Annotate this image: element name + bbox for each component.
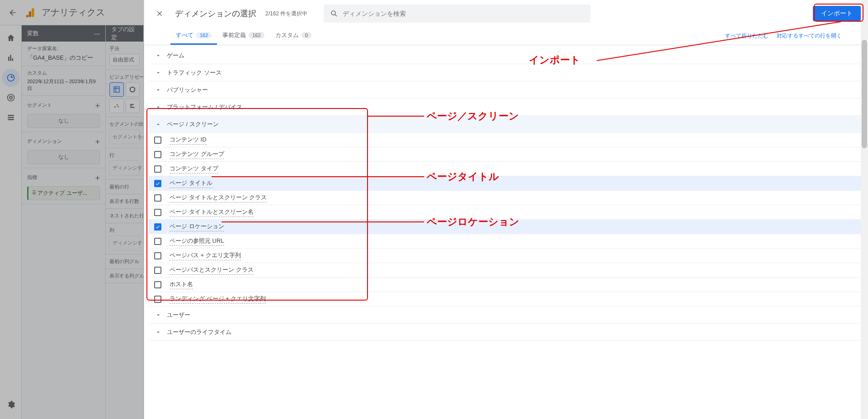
- dimension-group[interactable]: トラフィック ソース: [149, 64, 863, 81]
- group-label: パブリッシャー: [167, 86, 208, 94]
- dimension-group[interactable]: プラットフォーム / デバイス: [149, 99, 863, 116]
- tab-custom-label: カスタム: [275, 31, 299, 39]
- dimension-item-label: コンテンツ グループ: [170, 150, 224, 159]
- dimension-item-label: ページパスとスクリーン クラス: [170, 266, 254, 275]
- checkbox[interactable]: [154, 165, 161, 173]
- tab-all-count: 162: [196, 32, 212, 38]
- dimension-item[interactable]: ページ タイトル: [149, 176, 863, 191]
- tab-predefined-label: 事前定義: [222, 31, 246, 39]
- tab-all-label: すべて: [176, 31, 193, 39]
- chevron-down-icon: [153, 312, 163, 318]
- dimension-item[interactable]: ランディング ページ + クエリ文字列: [149, 292, 863, 306]
- checkbox[interactable]: [154, 281, 161, 288]
- search-icon: [330, 9, 338, 18]
- checkbox[interactable]: [154, 209, 161, 216]
- tab-predefined-count: 162: [249, 32, 264, 38]
- dimension-item[interactable]: ホスト名: [149, 278, 863, 292]
- checkbox[interactable]: [154, 223, 161, 231]
- dimension-item[interactable]: ページパスとスクリーン クラス: [149, 263, 863, 278]
- dimension-item[interactable]: コンテンツ グループ: [149, 147, 863, 162]
- modal-selection-count: 2/162 件を選択中: [265, 10, 307, 18]
- dimension-item-label: ページ タイトル: [170, 179, 212, 188]
- dimension-item[interactable]: ページ タイトルとスクリーン名: [149, 205, 863, 220]
- group-label: ゲーム: [167, 52, 184, 60]
- tab-custom-count: 0: [302, 32, 311, 38]
- group-label: ページ / スクリーン: [167, 120, 219, 128]
- tab-all[interactable]: すべて 162: [170, 27, 217, 45]
- import-button[interactable]: インポート: [813, 6, 861, 21]
- group-label: ユーザーのライフタイム: [167, 328, 231, 336]
- group-label: トラフィック ソース: [167, 69, 222, 77]
- close-button[interactable]: [151, 5, 168, 22]
- chevron-up-icon: [153, 121, 163, 127]
- dimension-group[interactable]: ユーザーのライフタイム: [149, 324, 863, 341]
- dimension-list[interactable]: ゲームトラフィック ソースパブリッシャープラットフォーム / デバイスページ /…: [144, 45, 868, 419]
- checkbox[interactable]: [154, 151, 161, 158]
- dimension-item-label: ページ ロケーション: [170, 222, 224, 231]
- dimension-item-label: ページの参照元 URL: [170, 237, 224, 246]
- checkbox[interactable]: [154, 180, 161, 187]
- dimension-group[interactable]: パブリッシャー: [149, 81, 863, 99]
- dimension-item-label: コンテンツ ID: [170, 136, 207, 145]
- modal-title: ディメンションの選択: [175, 8, 256, 19]
- collapse-all-link[interactable]: すべて折りたたむ: [725, 32, 769, 40]
- checkbox[interactable]: [154, 267, 161, 274]
- checkbox[interactable]: [154, 137, 161, 144]
- tab-custom[interactable]: カスタム 0: [270, 27, 317, 45]
- dimension-item[interactable]: ページの参照元 URL: [149, 234, 863, 249]
- tab-predefined[interactable]: 事前定義 162: [217, 27, 269, 45]
- dimension-group-open[interactable]: ページ / スクリーン: [149, 116, 863, 133]
- dimension-picker-modal: ディメンションの選択 2/162 件を選択中 インポート すべて 162 事前定…: [144, 0, 868, 419]
- group-label: プラットフォーム / デバイス: [167, 103, 242, 111]
- dimension-item-label: ページ タイトルとスクリーン クラス: [170, 193, 267, 202]
- chevron-down-icon: [153, 329, 163, 335]
- close-icon: [156, 10, 163, 17]
- checkbox[interactable]: [154, 252, 161, 259]
- chevron-down-icon: [153, 104, 163, 110]
- scrollbar-thumb[interactable]: [862, 40, 867, 148]
- checkbox[interactable]: [154, 296, 161, 303]
- search-box[interactable]: [324, 5, 590, 23]
- chevron-down-icon: [153, 52, 163, 59]
- dimension-item[interactable]: ページ ロケーション: [149, 220, 863, 234]
- chevron-down-icon: [153, 87, 163, 93]
- dimension-group[interactable]: ゲーム: [149, 47, 863, 64]
- dimension-item-label: ホスト名: [170, 280, 193, 289]
- dimension-group[interactable]: ユーザー: [149, 306, 863, 324]
- dimension-item-label: ランディング ページ + クエリ文字列: [170, 295, 266, 304]
- dimension-item-label: ページ タイトルとスクリーン名: [170, 208, 254, 217]
- checkbox[interactable]: [154, 194, 161, 202]
- dimension-item-label: ページパス + クエリ文字列: [170, 251, 241, 260]
- svg-line-21: [335, 14, 337, 16]
- dimension-item-label: コンテンツ タイプ: [170, 165, 218, 174]
- dimension-item[interactable]: コンテンツ ID: [149, 133, 863, 147]
- scrollbar[interactable]: [861, 0, 868, 419]
- dimension-item[interactable]: ページ タイトルとスクリーン クラス: [149, 191, 863, 205]
- svg-point-20: [331, 11, 335, 15]
- search-input[interactable]: [343, 10, 584, 17]
- group-label: ユーザー: [167, 311, 190, 319]
- checkbox[interactable]: [154, 238, 161, 245]
- dimension-item[interactable]: ページパス + クエリ文字列: [149, 249, 863, 263]
- chevron-down-icon: [153, 70, 163, 76]
- expand-all-link[interactable]: 対応するすべての行を開く: [777, 32, 842, 40]
- dimension-item[interactable]: コンテンツ タイプ: [149, 162, 863, 176]
